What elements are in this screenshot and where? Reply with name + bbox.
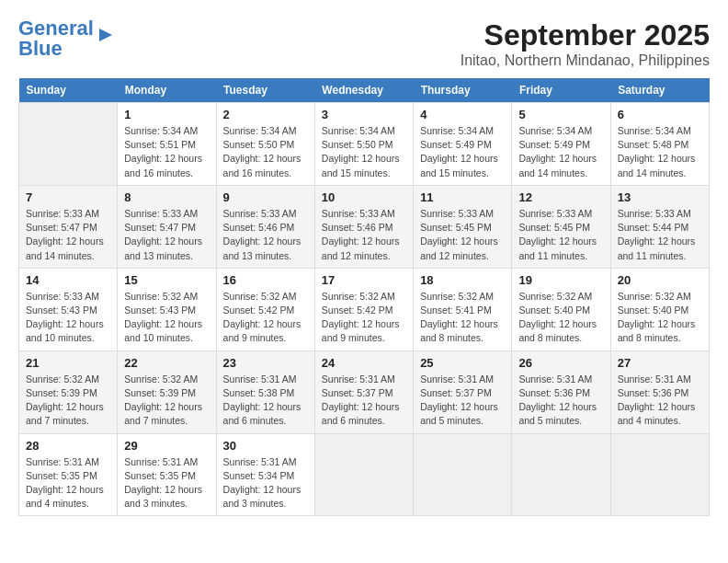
day-number: 6: [618, 108, 702, 121]
calendar-cell: 8Sunrise: 5:33 AMSunset: 5:47 PMDaylight…: [118, 185, 216, 268]
day-info: Sunrise: 5:32 AMSunset: 5:42 PMDaylight:…: [223, 290, 308, 346]
day-info: Sunrise: 5:34 AMSunset: 5:48 PMDaylight:…: [618, 124, 702, 180]
calendar-cell: 17Sunrise: 5:32 AMSunset: 5:42 PMDayligh…: [314, 268, 413, 350]
day-number: 29: [124, 439, 209, 453]
day-info: Sunrise: 5:32 AMSunset: 5:39 PMDaylight:…: [26, 373, 110, 429]
calendar-cell: 10Sunrise: 5:33 AMSunset: 5:46 PMDayligh…: [314, 185, 413, 268]
day-info: Sunrise: 5:32 AMSunset: 5:43 PMDaylight:…: [124, 290, 209, 346]
day-info: Sunrise: 5:33 AMSunset: 5:46 PMDaylight:…: [322, 207, 406, 263]
calendar-cell: 19Sunrise: 5:32 AMSunset: 5:40 PMDayligh…: [512, 268, 610, 350]
calendar-cell: 4Sunrise: 5:34 AMSunset: 5:49 PMDaylight…: [414, 103, 512, 186]
title-block: September 2025 Initao, Northern Mindanao…: [461, 18, 710, 69]
day-info: Sunrise: 5:34 AMSunset: 5:49 PMDaylight:…: [518, 124, 603, 180]
day-info: Sunrise: 5:32 AMSunset: 5:42 PMDaylight:…: [322, 290, 406, 346]
calendar-cell: [314, 433, 413, 516]
day-number: 18: [420, 273, 505, 287]
day-info: Sunrise: 5:34 AMSunset: 5:50 PMDaylight:…: [322, 124, 406, 180]
day-number: 28: [26, 439, 110, 453]
header-tuesday: Tuesday: [216, 78, 314, 103]
calendar-cell: 27Sunrise: 5:31 AMSunset: 5:36 PMDayligh…: [610, 350, 709, 433]
calendar-cell: 24Sunrise: 5:31 AMSunset: 5:37 PMDayligh…: [314, 350, 413, 433]
page-title: September 2025: [461, 18, 710, 52]
calendar-cell: 25Sunrise: 5:31 AMSunset: 5:37 PMDayligh…: [414, 350, 512, 433]
header-friday: Friday: [512, 78, 610, 103]
day-number: 14: [26, 273, 110, 287]
calendar-cell: [512, 433, 610, 516]
day-info: Sunrise: 5:33 AMSunset: 5:44 PMDaylight:…: [618, 207, 702, 263]
day-number: 13: [618, 190, 702, 204]
day-info: Sunrise: 5:34 AMSunset: 5:50 PMDaylight:…: [223, 124, 308, 180]
day-number: 16: [223, 273, 308, 287]
day-number: 5: [518, 108, 603, 121]
logo: General Blue: [18, 18, 116, 59]
day-info: Sunrise: 5:32 AMSunset: 5:40 PMDaylight:…: [518, 290, 603, 346]
day-number: 21: [26, 356, 110, 370]
calendar-cell: 3Sunrise: 5:34 AMSunset: 5:50 PMDaylight…: [314, 103, 413, 186]
calendar-cell: 22Sunrise: 5:32 AMSunset: 5:39 PMDayligh…: [118, 350, 216, 433]
day-number: 3: [322, 108, 406, 121]
day-info: Sunrise: 5:33 AMSunset: 5:45 PMDaylight:…: [420, 207, 505, 263]
day-info: Sunrise: 5:32 AMSunset: 5:39 PMDaylight:…: [124, 373, 209, 429]
day-info: Sunrise: 5:31 AMSunset: 5:37 PMDaylight:…: [322, 373, 406, 429]
day-info: Sunrise: 5:31 AMSunset: 5:34 PMDaylight:…: [223, 455, 308, 511]
calendar-cell: 11Sunrise: 5:33 AMSunset: 5:45 PMDayligh…: [414, 185, 512, 268]
day-number: 26: [518, 356, 603, 370]
calendar-week-row: 14Sunrise: 5:33 AMSunset: 5:43 PMDayligh…: [19, 268, 710, 350]
calendar-week-row: 21Sunrise: 5:32 AMSunset: 5:39 PMDayligh…: [19, 350, 710, 433]
day-info: Sunrise: 5:34 AMSunset: 5:51 PMDaylight:…: [124, 124, 209, 180]
day-info: Sunrise: 5:33 AMSunset: 5:47 PMDaylight:…: [26, 207, 110, 263]
calendar-cell: 29Sunrise: 5:31 AMSunset: 5:35 PMDayligh…: [118, 433, 216, 516]
calendar-week-row: 28Sunrise: 5:31 AMSunset: 5:35 PMDayligh…: [19, 433, 710, 516]
page-subtitle: Initao, Northern Mindanao, Philippines: [461, 52, 710, 69]
calendar-cell: 14Sunrise: 5:33 AMSunset: 5:43 PMDayligh…: [19, 268, 118, 350]
day-number: 10: [322, 190, 406, 204]
day-number: 25: [420, 356, 505, 370]
day-number: 30: [223, 439, 308, 453]
svg-marker-0: [99, 29, 112, 41]
day-number: 17: [322, 273, 406, 287]
calendar-cell: 21Sunrise: 5:32 AMSunset: 5:39 PMDayligh…: [19, 350, 118, 433]
page-header: General Blue September 2025 Initao, Nort…: [18, 18, 710, 69]
calendar-week-row: 1Sunrise: 5:34 AMSunset: 5:51 PMDaylight…: [19, 103, 710, 186]
logo-icon: [96, 25, 116, 45]
day-info: Sunrise: 5:31 AMSunset: 5:36 PMDaylight:…: [518, 373, 603, 429]
calendar-cell: 5Sunrise: 5:34 AMSunset: 5:49 PMDaylight…: [512, 103, 610, 186]
day-info: Sunrise: 5:32 AMSunset: 5:41 PMDaylight:…: [420, 290, 505, 346]
calendar-cell: 2Sunrise: 5:34 AMSunset: 5:50 PMDaylight…: [216, 103, 314, 186]
day-number: 20: [618, 273, 702, 287]
day-info: Sunrise: 5:32 AMSunset: 5:40 PMDaylight:…: [618, 290, 702, 346]
day-info: Sunrise: 5:34 AMSunset: 5:49 PMDaylight:…: [420, 124, 505, 180]
day-info: Sunrise: 5:31 AMSunset: 5:37 PMDaylight:…: [420, 373, 505, 429]
calendar-cell: 13Sunrise: 5:33 AMSunset: 5:44 PMDayligh…: [610, 185, 709, 268]
calendar-cell: [19, 103, 118, 186]
calendar-cell: 16Sunrise: 5:32 AMSunset: 5:42 PMDayligh…: [216, 268, 314, 350]
day-number: 27: [618, 356, 702, 370]
header-thursday: Thursday: [414, 78, 512, 103]
calendar-cell: 30Sunrise: 5:31 AMSunset: 5:34 PMDayligh…: [216, 433, 314, 516]
logo-text: General Blue: [18, 18, 94, 59]
calendar-header-row: SundayMondayTuesdayWednesdayThursdayFrid…: [19, 78, 710, 103]
calendar-cell: 9Sunrise: 5:33 AMSunset: 5:46 PMDaylight…: [216, 185, 314, 268]
calendar-cell: 6Sunrise: 5:34 AMSunset: 5:48 PMDaylight…: [610, 103, 709, 186]
day-number: 12: [518, 190, 603, 204]
header-saturday: Saturday: [610, 78, 709, 103]
day-info: Sunrise: 5:33 AMSunset: 5:45 PMDaylight:…: [518, 207, 603, 263]
calendar-cell: 1Sunrise: 5:34 AMSunset: 5:51 PMDaylight…: [118, 103, 216, 186]
header-monday: Monday: [118, 78, 216, 103]
calendar-cell: 26Sunrise: 5:31 AMSunset: 5:36 PMDayligh…: [512, 350, 610, 433]
day-number: 11: [420, 190, 505, 204]
day-number: 24: [322, 356, 406, 370]
calendar-cell: [414, 433, 512, 516]
day-info: Sunrise: 5:31 AMSunset: 5:38 PMDaylight:…: [223, 373, 308, 429]
day-info: Sunrise: 5:33 AMSunset: 5:43 PMDaylight:…: [26, 290, 110, 346]
calendar-table: SundayMondayTuesdayWednesdayThursdayFrid…: [18, 78, 710, 516]
day-number: 9: [223, 190, 308, 204]
header-wednesday: Wednesday: [314, 78, 413, 103]
day-number: 2: [223, 108, 308, 121]
day-number: 1: [124, 108, 209, 121]
day-number: 15: [124, 273, 209, 287]
calendar-cell: [610, 433, 709, 516]
day-number: 8: [124, 190, 209, 204]
calendar-cell: 7Sunrise: 5:33 AMSunset: 5:47 PMDaylight…: [19, 185, 118, 268]
day-number: 4: [420, 108, 505, 121]
